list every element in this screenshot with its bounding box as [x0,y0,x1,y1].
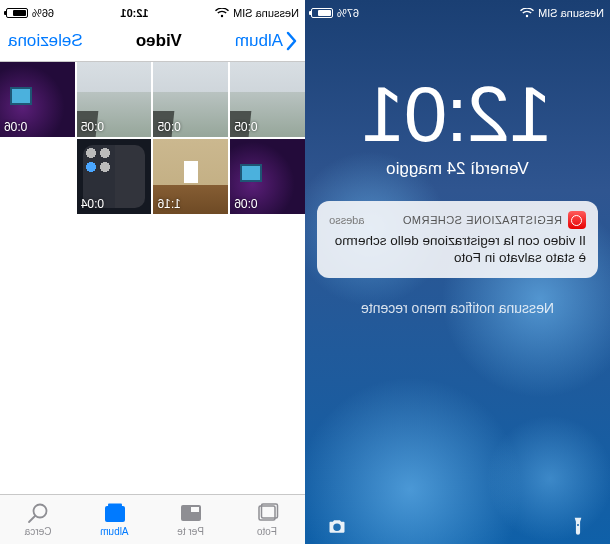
foryou-tab-icon [178,502,204,524]
battery-percent: 67% [337,7,359,19]
tab-label: Foto [257,526,277,537]
tab-label: Cerca [25,526,52,537]
tab-foryou[interactable]: Per te [153,495,229,544]
battery-icon [6,8,28,18]
lock-date: Venerdì 24 maggio [305,159,610,179]
tab-albums[interactable]: Album [76,495,152,544]
carrier-label: Nessuna SIM [233,7,299,19]
carrier-label: Nessuna SIM [538,7,604,19]
chevron-left-icon [285,31,297,51]
albums-tab-icon [101,502,127,524]
back-label: Album [235,31,283,51]
video-thumbnail[interactable]: 1:16 [154,139,229,214]
wifi-icon [215,8,229,18]
recording-app-icon [568,211,586,229]
tab-search[interactable]: Cerca [0,495,76,544]
video-thumbnail[interactable]: 0:05 [77,62,152,137]
lock-screen: Nessuna SIM 67% 12:01 Venerdì 24 maggio … [305,0,610,544]
video-duration: 0:06 [4,120,27,134]
nav-bar: Album Video Seleziona [0,20,305,62]
svg-line-7 [29,516,35,522]
flashlight-icon[interactable] [568,516,588,536]
battery-icon [311,8,333,18]
camera-icon[interactable] [327,516,347,536]
select-button[interactable]: Seleziona [8,31,83,51]
status-bar: Nessuna SIM 67% [305,0,610,20]
photos-app: Nessuna SIM 12:01 66% Album Video Selezi… [0,0,305,544]
older-notifications-label: Nessuna notifica meno recente [305,300,610,316]
video-duration: 0:05 [81,120,104,134]
notification-card[interactable]: REGISTRAZIONE SCHERMO adesso Il video co… [317,201,598,278]
tab-label: Album [100,526,128,537]
video-thumbnail[interactable]: 0:05 [230,62,305,137]
video-grid: 0:050:050:050:060:061:160:04 [0,62,305,214]
video-duration: 0:05 [158,120,181,134]
search-tab-icon [25,502,51,524]
photos-tab-icon [254,502,280,524]
video-thumbnail[interactable]: 0:06 [230,139,305,214]
nav-title: Video [136,31,182,51]
video-thumbnail[interactable]: 0:04 [77,139,152,214]
video-duration: 0:06 [234,197,257,211]
video-duration: 0:04 [81,197,104,211]
status-bar: Nessuna SIM 12:01 66% [0,0,305,20]
tab-photos[interactable]: Foto [229,495,305,544]
notification-body: Il video con la registrazione dello sche… [329,233,586,267]
svg-rect-4 [105,506,125,522]
battery-percent: 66% [32,7,54,19]
video-duration: 1:16 [158,197,181,211]
wifi-icon [520,8,534,18]
video-thumbnail[interactable]: 0:06 [0,62,75,137]
notification-time: adesso [329,214,364,226]
back-button[interactable]: Album [235,31,297,51]
status-time: 12:01 [120,7,148,19]
tab-label: Per te [177,526,204,537]
tab-bar: Foto Per te Album Cerca [0,494,305,544]
video-duration: 0:05 [234,120,257,134]
video-thumbnail[interactable]: 0:05 [154,62,229,137]
svg-rect-3 [191,507,199,512]
notification-app-name: REGISTRAZIONE SCHERMO [370,214,562,226]
svg-rect-5 [108,504,122,507]
lock-clock: 12:01 [305,75,610,153]
